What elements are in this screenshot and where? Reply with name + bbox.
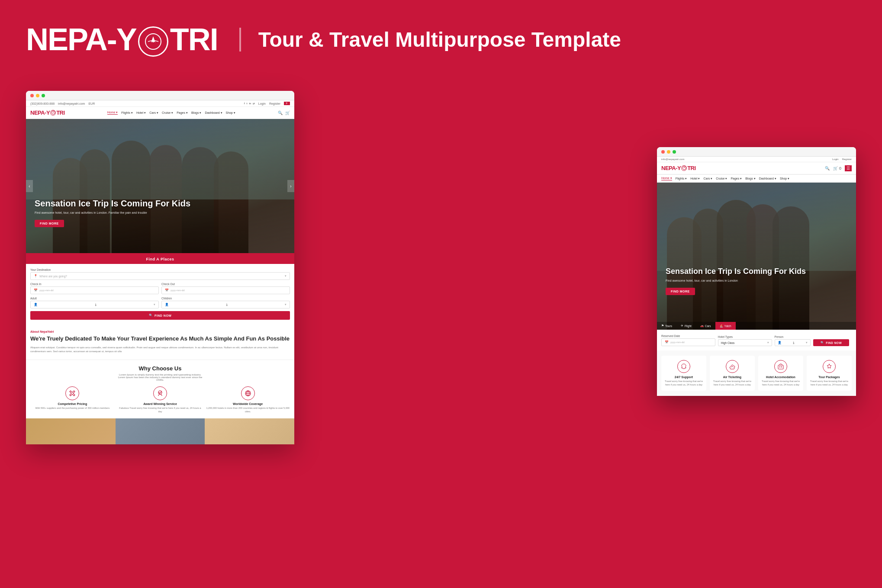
reserved-date-input[interactable]: 📅 yyyy-mm-dd xyxy=(661,338,715,346)
topbar-register-front[interactable]: Register xyxy=(842,158,852,161)
adult-input[interactable]: 👤 1 ▾ xyxy=(30,301,159,308)
nav-search-icon-f[interactable]: 🔍 xyxy=(825,166,830,170)
nav-item-home-f[interactable]: Home ▾ xyxy=(661,177,672,180)
find-now-btn-back[interactable]: 🔍 FIND NOW xyxy=(30,311,290,320)
why-icon-2 xyxy=(153,386,167,400)
nav-item-blogs[interactable]: Blogs ▾ xyxy=(191,111,201,115)
why-icon-3 xyxy=(241,386,255,400)
nav-search-icon[interactable]: 🔍 xyxy=(278,111,283,115)
checkin-input[interactable]: 📅 yyyy-mm-dd xyxy=(30,286,159,294)
children-group: Children 👤 1 ▾ xyxy=(161,297,290,308)
social-fb[interactable]: f xyxy=(244,102,245,105)
topbar-left: (302)909-800-888 info@nepayatri.com EUR xyxy=(30,102,95,105)
tab-cars[interactable]: 🚗 Cars xyxy=(696,322,715,330)
why-title: Why Choose Us xyxy=(30,365,290,372)
children-input[interactable]: 👤 1 ▾ xyxy=(161,301,290,308)
nav-menu-icon-f[interactable]: ☰ xyxy=(845,165,852,171)
calendar-icon-front: 📅 xyxy=(665,341,669,344)
nav-item-shop[interactable]: Shop ▾ xyxy=(226,111,235,115)
nav-item-cars-f[interactable]: Cars ▾ xyxy=(703,177,712,180)
children-value: 1 xyxy=(226,303,228,306)
nav-item-hotel[interactable]: Hotel ▾ xyxy=(136,111,146,115)
site-topbar-front: info@nepayatri.com Login Register xyxy=(657,157,856,162)
page-header: NEPA-Y TRI Tour & Travel Multipurpose Te… xyxy=(26,22,621,57)
service-item-2: Air Ticketing Travel worry free knowing … xyxy=(710,356,755,391)
person-value: 1 xyxy=(793,341,795,344)
calendar-icon-out: 📅 xyxy=(165,289,169,292)
calendar-icon-in: 📅 xyxy=(34,289,38,292)
tab-yatch[interactable]: ⛵ Yatch xyxy=(715,322,736,330)
checkout-input[interactable]: 📅 yyyy-mm-dd xyxy=(161,286,290,294)
find-more-btn-back[interactable]: FIND MORE xyxy=(35,220,64,227)
hero-prev-btn[interactable]: ‹ xyxy=(26,180,33,192)
topbar-login[interactable]: Login xyxy=(258,102,266,105)
nav-menu-back: Home ▾ Flights ▾ Hotel ▾ Cars ▾ Cruise ▾… xyxy=(107,111,235,115)
service-title-2: Air Ticketing xyxy=(712,376,752,379)
checkin-label: Check In xyxy=(30,283,159,286)
checkin-placeholder: yyyy-mm-dd xyxy=(39,289,54,292)
nav-cart-icon-f[interactable]: 🛒 0 xyxy=(833,166,841,170)
service-item-1: 24/7 Support Travel worry free knowing t… xyxy=(661,356,706,391)
social-ig[interactable]: in xyxy=(249,102,251,105)
hero-title-back: Sensation Ice Trip Is Coming For Kids xyxy=(35,198,190,209)
person-select[interactable]: 👤 1 ▾ xyxy=(775,339,811,346)
nav-item-pages[interactable]: Pages ▾ xyxy=(177,111,188,115)
services-section: 24/7 Support Travel worry free knowing t… xyxy=(657,350,856,396)
find-now-btn-front[interactable]: 🔍 FIND NOW xyxy=(813,339,849,346)
hero-section-back: ‹ › Sensation Ice Trip Is Coming For Kid… xyxy=(26,119,294,253)
destination-placeholder: Where are you going? xyxy=(39,275,67,278)
nav-item-cars[interactable]: Cars ▾ xyxy=(149,111,158,115)
nav-item-shop-f[interactable]: Shop ▾ xyxy=(780,177,789,180)
nav-item-dashboard-f[interactable]: Dashboard ▾ xyxy=(759,177,776,180)
nav-item-dashboard[interactable]: Dashboard ▾ xyxy=(205,111,222,115)
hero-next-btn[interactable]: › xyxy=(287,180,294,192)
nav-item-cruise-f[interactable]: Cruise ▾ xyxy=(716,177,727,180)
browser-dot-yellow-f xyxy=(667,150,670,154)
why-item-text-1: With 500+ suppliers and the purchasing p… xyxy=(30,407,115,410)
destination-input[interactable]: 📍 Where are you going? ▾ xyxy=(30,272,290,280)
topbar-currency[interactable]: EUR xyxy=(88,102,95,105)
nav-logo-icon-back xyxy=(50,110,56,116)
topbar-register[interactable]: Register xyxy=(269,102,280,105)
tab-flight[interactable]: ✈ Flight xyxy=(676,322,696,330)
yatch-icon: ⛵ xyxy=(720,324,723,328)
social-tw[interactable]: t xyxy=(247,102,248,105)
search-icon-btn: 🔍 xyxy=(149,314,153,317)
nav-item-home[interactable]: Home ▾ xyxy=(107,111,118,115)
nav-item-blogs-f[interactable]: Blogs ▾ xyxy=(745,177,755,180)
why-subtitle: Lorem Ipsum is simply dummy text the pri… xyxy=(117,373,203,381)
hero-content-back: Sensation Ice Trip Is Coming For Kids Fi… xyxy=(35,198,190,227)
nav-logo-icon-front xyxy=(681,165,687,171)
topbar-login-front[interactable]: Login xyxy=(832,158,839,161)
tab-flight-label: Flight xyxy=(685,325,692,328)
nav-cart-icon[interactable]: 🛒 xyxy=(285,111,290,115)
destination-group: Your Destination 📍 Where are you going? … xyxy=(30,268,290,280)
why-item-1: Competetive Pricing With 500+ suppliers … xyxy=(30,386,115,413)
hotel-type-select[interactable]: High Class ▾ xyxy=(718,339,772,346)
hotel-type-arrow: ▾ xyxy=(767,341,769,344)
why-item-text-3: 1,200,000 hotels in more than 200 countr… xyxy=(206,407,290,413)
nav-item-pages-f[interactable]: Pages ▾ xyxy=(731,177,742,180)
site-navbar-front: NEPA-Y TRI 🔍 🛒 0 ☰ xyxy=(657,162,856,174)
service-text-3: Travel worry free knowing that we're her… xyxy=(761,380,801,386)
hero-title-front: Sensation Ice Trip Is Coming For Kids xyxy=(666,267,806,276)
service-icon-2 xyxy=(726,360,739,373)
front-search-panel: Reserved Date 📅 yyyy-mm-dd Hotel Types H… xyxy=(657,330,856,350)
checkout-group: Check Out 📅 yyyy-mm-dd xyxy=(161,283,290,294)
find-more-btn-front[interactable]: FIND MORE xyxy=(666,288,695,295)
why-icon-1 xyxy=(65,386,79,400)
tab-tours[interactable]: ⚑ Tours xyxy=(657,322,676,330)
about-section: About NepaYatri We're Truely Dedicated T… xyxy=(26,324,294,360)
location-icon: 📍 xyxy=(34,274,38,278)
nav-item-flights[interactable]: Flights ▾ xyxy=(121,111,133,115)
nav-item-hotel-f[interactable]: Hotel ▾ xyxy=(690,177,700,180)
dropdown-arrow: ▾ xyxy=(285,274,286,278)
nav-item-cruise[interactable]: Cruise ▾ xyxy=(162,111,173,115)
social-yt[interactable]: yt xyxy=(253,102,255,105)
nav-item-flights-f[interactable]: Flights ▾ xyxy=(676,177,687,180)
nav-icons-front: 🔍 🛒 0 ☰ xyxy=(825,165,852,171)
reserved-date-group: Reserved Date 📅 yyyy-mm-dd xyxy=(661,334,715,346)
mockup-container: (302)909-800-888 info@nepayatri.com EUR … xyxy=(0,91,882,588)
browser-dot-green xyxy=(42,94,45,97)
service-icon-1 xyxy=(677,360,690,373)
